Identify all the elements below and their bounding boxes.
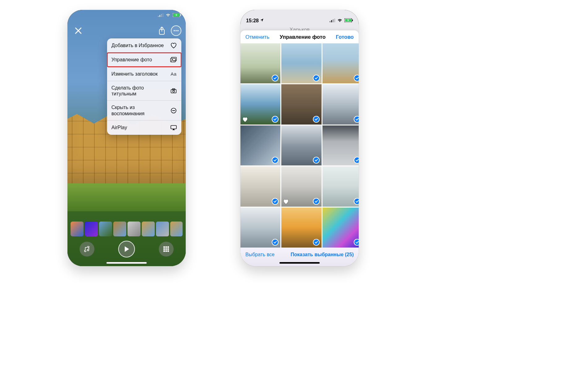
photo-tile[interactable] (322, 43, 359, 83)
menu-airplay[interactable]: AirPlay (107, 121, 181, 135)
photo-grid (240, 43, 359, 248)
svg-point-10 (177, 30, 179, 31)
photo-tile[interactable] (322, 166, 359, 206)
menu-edit-title[interactable]: Изменить заголовок Aa (107, 67, 181, 81)
sheet-title: Управление фото (280, 34, 326, 40)
check-icon (354, 75, 359, 81)
grid-button[interactable] (159, 242, 174, 257)
menu-item-label: Управление фото (111, 57, 167, 63)
menu-item-label: AirPlay (111, 125, 167, 130)
check-icon (313, 157, 320, 164)
favorite-heart-icon (283, 199, 289, 205)
photo-tile[interactable] (240, 84, 280, 124)
check-icon (272, 198, 279, 205)
check-icon (313, 198, 320, 205)
select-all-button[interactable]: Выбрать все (245, 252, 275, 257)
favorite-heart-icon (242, 117, 248, 123)
svg-rect-2 (161, 14, 162, 17)
svg-rect-3 (162, 13, 163, 17)
svg-rect-34 (352, 20, 353, 21)
menu-hide-memory[interactable]: Скрыть из воспоминания (107, 101, 181, 120)
check-icon (313, 239, 320, 246)
photo-tile[interactable] (240, 166, 280, 206)
check-icon (354, 157, 359, 164)
photo-tile[interactable] (281, 166, 321, 206)
status-bar: 15:28 (240, 10, 359, 24)
thumbnail[interactable] (142, 222, 155, 236)
thumbnail[interactable] (156, 222, 169, 236)
location-icon (260, 19, 264, 23)
status-time: 15:28 (246, 18, 264, 24)
check-icon (272, 116, 279, 123)
menu-item-label: Добавить в Избранное (111, 42, 167, 48)
title-photo-icon (170, 88, 177, 94)
wifi-icon (337, 18, 343, 24)
menu-manage-photos[interactable]: Управление фото (107, 53, 181, 67)
svg-rect-26 (163, 250, 165, 252)
airplay-icon (170, 125, 177, 130)
battery-charging-icon (173, 13, 181, 17)
svg-rect-21 (166, 246, 167, 248)
menu-key-photo[interactable]: Сделать фото титульным (107, 81, 181, 101)
svg-point-15 (173, 90, 175, 92)
menu-add-favorite[interactable]: Добавить в Избранное (107, 38, 181, 53)
photo-tile[interactable] (281, 43, 321, 83)
svg-rect-32 (334, 19, 335, 22)
menu-item-label: Сделать фото титульным (111, 85, 167, 97)
photos-icon (170, 57, 177, 63)
svg-rect-23 (163, 248, 165, 250)
thumbnail[interactable] (99, 222, 112, 236)
more-button[interactable] (171, 25, 181, 36)
check-icon (354, 116, 359, 123)
svg-rect-31 (333, 19, 334, 22)
check-icon (354, 198, 359, 205)
thumbnail-strip[interactable] (71, 222, 183, 236)
thumbnail[interactable] (128, 222, 141, 236)
svg-rect-29 (330, 21, 331, 22)
svg-point-8 (174, 30, 175, 31)
thumbnail[interactable] (85, 222, 98, 236)
status-bar-right (158, 13, 181, 17)
photo-tile[interactable] (240, 208, 280, 248)
svg-rect-24 (166, 248, 167, 250)
check-icon (272, 239, 279, 246)
home-indicator (106, 262, 147, 264)
check-icon (313, 116, 320, 123)
thumbnail[interactable] (113, 222, 126, 236)
share-button[interactable] (157, 25, 167, 36)
svg-rect-20 (163, 246, 165, 248)
cancel-button[interactable]: Отменить (245, 34, 270, 40)
photo-tile[interactable] (322, 208, 359, 248)
phone-right: 15:28 Харьков Отмени (240, 10, 359, 266)
photo-tile[interactable] (281, 84, 321, 124)
svg-rect-25 (167, 248, 169, 250)
thumbnail[interactable] (71, 222, 84, 236)
photo-tile[interactable] (281, 125, 321, 165)
svg-rect-22 (167, 246, 169, 248)
check-icon (313, 75, 320, 81)
wifi-icon (165, 13, 171, 17)
cellular-icon (330, 18, 335, 24)
play-button[interactable] (118, 241, 135, 257)
thumbnail[interactable] (170, 222, 183, 236)
photo-tile[interactable] (322, 84, 359, 124)
done-button[interactable]: Готово (336, 34, 354, 40)
svg-rect-0 (158, 16, 159, 17)
photo-tile[interactable] (240, 125, 280, 165)
aa-icon: Aa (170, 71, 177, 77)
svg-rect-1 (159, 15, 160, 17)
svg-rect-19 (171, 125, 176, 129)
check-icon (354, 239, 359, 246)
check-icon (272, 75, 279, 81)
cellular-icon (158, 13, 163, 17)
menu-item-label: Изменить заголовок (111, 71, 167, 77)
photo-tile[interactable] (281, 208, 321, 248)
minus-circle-icon (170, 108, 177, 114)
close-button[interactable] (74, 26, 83, 35)
sheet-header: Отменить Управление фото Готово (240, 30, 359, 43)
show-selected-button[interactable]: Показать выбранные (25) (291, 252, 354, 257)
photo-tile[interactable] (322, 125, 359, 165)
photo-tile[interactable] (240, 43, 280, 83)
svg-rect-27 (166, 250, 167, 252)
music-button[interactable] (80, 242, 94, 257)
